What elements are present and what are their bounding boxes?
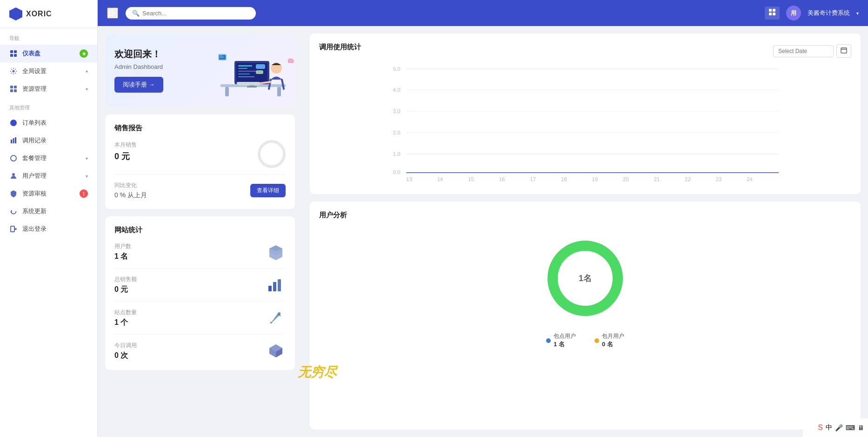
search-box[interactable]: 🔍 <box>126 7 256 20</box>
bar-chart-icon <box>266 275 286 295</box>
sidebar-item-dashboard[interactable]: 仪表盘 ★ <box>0 45 97 62</box>
sidebar: XORIC 导航 仪表盘 ★ 全局设置 ▾ 资源管理 ▾ 其他管理 订单列表 <box>0 0 98 437</box>
order-list-label: 订单列表 <box>22 119 88 127</box>
pencil-icon <box>266 308 286 328</box>
logo-icon <box>9 7 22 20</box>
svg-rect-19 <box>773 13 775 15</box>
svg-rect-25 <box>238 65 252 67</box>
stat-row-calls: 今日调用 0 次 <box>114 341 286 361</box>
svg-text:20: 20 <box>623 176 629 182</box>
donut-center-label: 1名 <box>579 273 592 284</box>
svg-rect-46 <box>278 279 281 291</box>
date-selector[interactable] <box>773 44 851 58</box>
filter-icon-btn[interactable] <box>765 7 780 20</box>
users-label: 用户数 <box>114 242 131 250</box>
bar-icon <box>9 136 18 145</box>
svg-text:22: 22 <box>685 176 691 182</box>
sidebar-item-global-settings[interactable]: 全局设置 ▾ <box>0 62 97 80</box>
svg-rect-45 <box>273 282 276 291</box>
sidebar-item-usage-log[interactable]: 调用记录 <box>0 132 97 149</box>
sidebar-item-logout[interactable]: 退出登录 <box>0 220 97 238</box>
users-value: 1 名 <box>114 252 131 262</box>
sites-value: 1 个 <box>114 318 137 328</box>
welcome-card: 欢迎回来！ Admin Dashboard 阅读手册 → <box>105 34 295 107</box>
change-value: 0 % 从上月 <box>114 191 147 200</box>
layers-icon <box>266 242 286 262</box>
sales-report-title: 销售报告 <box>114 124 286 133</box>
detail-button[interactable]: 查看详细 <box>250 184 286 197</box>
svg-text:19: 19 <box>592 176 598 182</box>
sidebar-item-order-list[interactable]: 订单列表 <box>0 114 97 132</box>
svg-text:21: 21 <box>654 176 660 182</box>
content-area: 欢迎回来！ Admin Dashboard 阅读手册 → <box>98 26 868 437</box>
resource-audit-badge: 1 <box>80 189 88 198</box>
grid-icon <box>9 49 18 58</box>
sales-report-card: 销售报告 本月销售 0 元 同比变化 0 % 从上月 查看详细 <box>105 114 295 209</box>
usage-chart-title: 调用使用统计 <box>319 43 361 52</box>
usage-log-label: 调用记录 <box>22 136 88 145</box>
svg-rect-3 <box>14 54 17 57</box>
nav-section-1-label: 导航 <box>0 28 97 45</box>
circle-icon <box>9 119 18 127</box>
exit-icon <box>9 225 18 233</box>
refresh-icon <box>9 207 18 215</box>
dashboard-label: 仪表盘 <box>22 49 75 58</box>
select-date-input[interactable] <box>773 45 834 57</box>
sidebar-item-system-update[interactable]: 系统更新 <box>0 202 97 220</box>
sidebar-item-package-mgmt[interactable]: 套餐管理 ▾ <box>0 149 97 167</box>
stat-row-users: 用户数 1 名 <box>114 242 286 269</box>
change-label: 同比变化 <box>114 182 147 189</box>
dashboard-badge: ★ <box>80 49 88 58</box>
sidebar-toggle-button[interactable] <box>107 7 118 19</box>
search-input[interactable] <box>142 10 249 17</box>
svg-rect-29 <box>238 76 254 77</box>
logo-area: XORIC <box>0 0 97 28</box>
svg-text:23: 23 <box>716 176 722 182</box>
read-manual-button[interactable]: 阅读手册 → <box>114 77 163 93</box>
svg-rect-16 <box>769 9 772 12</box>
system-update-label: 系统更新 <box>22 207 88 215</box>
legend-row: 包点用户 1 名 包月用户 0 名 <box>546 332 624 349</box>
legend-item-0: 包点用户 1 名 <box>546 332 576 349</box>
svg-rect-1 <box>14 50 17 53</box>
sidebar-item-resource-audit[interactable]: 资源审核 1 <box>0 185 97 202</box>
package-mgmt-chevron: ▾ <box>86 156 88 161</box>
donut-container: 1名 包点用户 1 名 包月用户 <box>319 227 851 353</box>
nav-section-2-label: 其他管理 <box>0 98 97 114</box>
svg-rect-2 <box>10 54 13 57</box>
total-sales-label: 总销售额 <box>114 276 137 283</box>
user-name[interactable]: 美酱奇计费系统 <box>808 9 850 17</box>
taskbar-bottom: S 中 🎤 ⌨ 🖥 <box>803 418 868 437</box>
legend-value-1: 0 名 <box>602 340 624 349</box>
global-settings-label: 全局设置 <box>22 67 81 75</box>
svg-text:24: 24 <box>747 176 753 182</box>
sales-circle-indicator <box>258 140 286 168</box>
svg-text:15: 15 <box>468 176 474 182</box>
svg-rect-6 <box>14 86 17 88</box>
sites-label: 站点数量 <box>114 309 137 316</box>
legend-value-0: 1 名 <box>554 340 576 349</box>
svg-rect-26 <box>238 68 247 69</box>
sidebar-item-resource-mgmt[interactable]: 资源管理 ▾ <box>0 80 97 98</box>
calendar-button[interactable] <box>836 44 851 58</box>
right-column: 调用使用统计 5.0 <box>302 26 868 437</box>
website-stats-title: 网站统计 <box>114 226 286 235</box>
sidebar-item-user-mgmt[interactable]: 用户管理 ▾ <box>0 167 97 185</box>
svg-rect-8 <box>14 89 17 92</box>
svg-rect-21 <box>225 87 229 96</box>
donut-chart: 1名 <box>539 232 632 325</box>
topbar: 🔍 用 美酱奇计费系统 ▾ <box>98 0 868 26</box>
main-wrapper: 🔍 用 美酱奇计费系统 ▾ 欢迎回来！ <box>98 0 868 437</box>
svg-rect-15 <box>11 226 14 232</box>
svg-text:1.0: 1.0 <box>393 151 401 157</box>
monthly-sales-value: 0 元 <box>114 151 137 162</box>
welcome-text: 欢迎回来！ Admin Dashboard 阅读手册 → <box>114 48 163 93</box>
svg-rect-38 <box>220 55 222 56</box>
legend-item-1: 包月用户 0 名 <box>594 332 624 349</box>
svg-point-14 <box>12 173 15 176</box>
svg-text:3.0: 3.0 <box>393 108 401 114</box>
svg-rect-7 <box>10 89 13 92</box>
chart-header: 调用使用统计 <box>319 43 851 59</box>
svg-rect-34 <box>237 82 260 85</box>
resource-mgmt-label: 资源管理 <box>22 85 81 93</box>
